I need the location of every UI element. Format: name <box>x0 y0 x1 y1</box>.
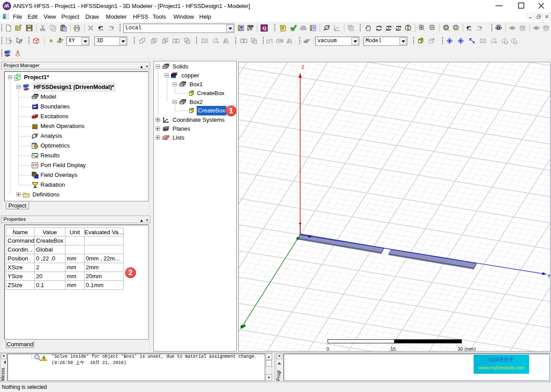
svg-text:30 (mm): 30 (mm) <box>458 346 476 351</box>
svg-text:0: 0 <box>326 346 329 351</box>
svg-text:Y: Y <box>547 273 550 279</box>
svg-text:Z: Z <box>302 64 305 70</box>
svg-text:15: 15 <box>390 346 396 351</box>
